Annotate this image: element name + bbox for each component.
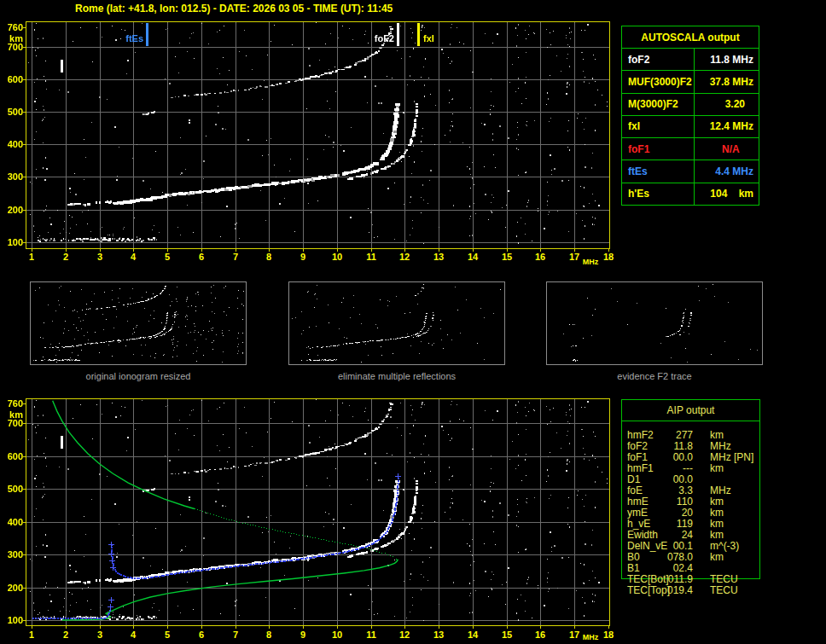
bot-x-tick-11: 11 (361, 629, 381, 640)
autoscala-row-label-foF1: foF1 (622, 137, 694, 160)
mini-panel-evidence (546, 281, 763, 365)
bot-x-tick-4: 4 (123, 629, 143, 640)
bot-x-tick-10: 10 (327, 629, 347, 640)
top-x-tick-1: 1 (21, 252, 42, 262)
bot-x-tick-1: 1 (21, 629, 42, 640)
autoscala-output-table: AUTOSCALA output foF211.8 MHzMUF(3000)F2… (621, 26, 759, 206)
aip-table-title: AIP output (621, 404, 760, 416)
bottom-ionogram-plot (22, 395, 613, 629)
autoscala-window: { "title": "Rome (lat: +41.8, lon: 012.5… (0, 0, 826, 644)
bot-y-tick-700: 700 (0, 418, 23, 428)
mini-panel-no-multiples-plot (289, 282, 504, 364)
bot-y-tick-100: 100 (0, 615, 23, 625)
autoscala-row-value-foF1: N/A (694, 137, 759, 160)
top-y-tick-200: 200 (0, 205, 23, 215)
top-x-axis-unit: MHz (579, 258, 602, 266)
bot-x-tick-16: 16 (530, 629, 550, 640)
bot-x-tick-7: 7 (225, 629, 246, 640)
fxI-marker-line (417, 23, 420, 46)
autoscala-row-label-MUF(3000)F2: MUF(3000)F2 (622, 70, 694, 92)
aip-row-unit: km (710, 552, 724, 563)
top-x-tick-3: 3 (90, 252, 110, 262)
autoscala-row-value-h'Es: 104 km (694, 183, 759, 205)
foF2-marker-line (397, 23, 399, 46)
bot-x-tick-5: 5 (157, 629, 177, 640)
top-x-tick-7: 7 (225, 252, 246, 262)
bot-y-tick-600: 600 (0, 451, 23, 461)
autoscala-row-value-MUF(3000)F2: 37.8 MHz (694, 70, 759, 92)
autoscala-row-label-M(3000)F2: M(3000)F2 (622, 93, 694, 115)
aip-row-TEC[Top]: TEC[Top]019.4TECU (621, 585, 760, 596)
mini-panel-no-multiples (288, 281, 505, 365)
autoscala-row-label-foF2: foF2 (622, 48, 694, 70)
window-title: Rome (lat: +41.8, lon: 012.5) - DATE: 20… (75, 3, 393, 15)
bot-x-tick-8: 8 (259, 629, 279, 640)
aip-row-unit: TECU (710, 585, 738, 596)
top-y-tick-100: 100 (0, 237, 23, 247)
top-y-tick-300: 300 (0, 171, 23, 182)
top-y-tick-760: 760 (0, 22, 23, 32)
ftEs-marker-line (146, 23, 148, 46)
fxI-marker-label: fxI (423, 33, 434, 44)
bot-x-tick-15: 15 (497, 629, 517, 640)
bot-x-tick-6: 6 (191, 629, 212, 640)
mini-panel-evidence-caption: evidence F2 trace (546, 371, 763, 381)
top-x-tick-12: 12 (394, 252, 415, 262)
top-y-tick-400: 400 (0, 139, 23, 149)
autoscala-row-label-ftEs: ftEs (622, 160, 694, 182)
aip-row-value: 019.4 (637, 585, 693, 596)
autoscala-row-label-fxI: fxI (622, 115, 694, 137)
bot-x-tick-3: 3 (90, 629, 110, 640)
autoscala-row-value-ftEs: 4.4 MHz (694, 160, 759, 182)
bot-x-tick-14: 14 (462, 629, 483, 640)
ftEs-marker-label: ftEs (108, 33, 143, 44)
bot-x-tick-2: 2 (55, 629, 76, 640)
bot-y-tick-760: 760 (0, 398, 23, 409)
bot-x-tick-12: 12 (394, 629, 415, 640)
aip-row-unit: km (710, 463, 724, 474)
top-x-tick-2: 2 (55, 252, 76, 262)
autoscala-row-value-M(3000)F2: 3.20 (694, 93, 759, 115)
mini-panel-original (30, 281, 247, 365)
aip-output-table: AIP output hmF2277kmfoF211.8MHzfoF100.0M… (621, 399, 760, 597)
top-y-tick-600: 600 (0, 74, 23, 84)
autoscala-row-value-fxI: 12.4 MHz (694, 115, 759, 137)
mini-panel-original-caption: original ionogram resized (30, 371, 247, 381)
top-x-tick-8: 8 (259, 252, 279, 262)
bot-y-tick-500: 500 (0, 484, 23, 494)
bottom-x-axis-unit: MHz (579, 633, 602, 641)
bot-x-tick-9: 9 (293, 629, 313, 640)
bot-y-tick-200: 200 (0, 583, 23, 593)
bot-y-tick-300: 300 (0, 549, 23, 560)
aip-row-extra: [PN] (734, 452, 753, 463)
autoscala-row-label-h'Es: h'Es (622, 183, 694, 205)
bot-y-tick-400: 400 (0, 517, 23, 527)
mini-panel-evidence-plot (547, 282, 762, 364)
top-x-tick-5: 5 (157, 252, 177, 262)
aip-table-separator (621, 421, 760, 421)
autoscala-row-value-foF2: 11.8 MHz (694, 48, 759, 70)
top-y-tick-500: 500 (0, 107, 23, 117)
top-x-tick-16: 16 (530, 252, 550, 262)
bot-x-tick-13: 13 (428, 629, 449, 640)
mini-panel-original-plot (31, 282, 246, 364)
autoscala-table-title: AUTOSCALA output (622, 26, 759, 48)
top-y-tick-700: 700 (0, 42, 23, 52)
top-x-tick-14: 14 (462, 252, 483, 262)
top-x-tick-6: 6 (191, 252, 212, 262)
top-x-tick-9: 9 (293, 252, 313, 262)
top-x-tick-15: 15 (497, 252, 517, 262)
top-x-tick-11: 11 (361, 252, 381, 262)
top-x-tick-13: 13 (428, 252, 449, 262)
top-x-tick-10: 10 (327, 252, 347, 262)
top-x-tick-4: 4 (123, 252, 143, 262)
mini-panel-no-multiples-caption: eliminate multiple reflections (288, 371, 505, 381)
top-ionogram-plot (22, 18, 613, 252)
foF2-marker-label: foF2 (358, 33, 394, 44)
